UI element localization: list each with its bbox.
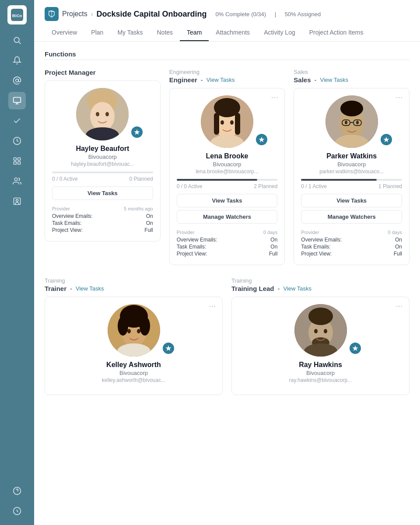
check-icon[interactable] (8, 112, 26, 130)
function-group-pm: Project Manager (45, 69, 161, 265)
member-card-kelley: ··· (45, 297, 223, 395)
member-card-lena: ··· (169, 88, 285, 265)
user-frame-icon[interactable] (8, 192, 26, 210)
function-label-training-lead: Training (231, 277, 410, 284)
tab-notes[interactable]: Notes (150, 24, 180, 41)
app-logo: BiCo (7, 5, 27, 24)
avatar-badge-lena (255, 133, 268, 146)
svg-point-55 (324, 329, 327, 333)
card-meta-hayley: Provider 5 months ago (52, 206, 153, 211)
svg-rect-10 (18, 158, 21, 161)
progress-bar-hayley (52, 172, 153, 173)
project-view-parker: Project View: Full (301, 251, 402, 257)
svg-line-3 (19, 42, 21, 44)
card-email-lena: lena.brooke@bivouacorp... (177, 168, 278, 175)
tab-plan[interactable]: Plan (84, 24, 110, 41)
view-tasks-link-engineer[interactable]: View Tasks (206, 77, 235, 83)
manage-watchers-btn-lena[interactable]: Manage Watchers (177, 210, 278, 224)
function-role-engineer: Engineer - View Tasks (169, 76, 285, 84)
view-tasks-link-training-lead[interactable]: View Tasks (284, 285, 312, 292)
search-icon[interactable] (8, 32, 26, 49)
team-row-2: Training Trainer - View Tasks ··· (45, 277, 410, 395)
view-tasks-btn-lena[interactable]: View Tasks (177, 194, 278, 207)
svg-point-45 (140, 316, 150, 336)
function-label-trainer: Training (45, 277, 223, 284)
view-tasks-link-trainer[interactable]: View Tasks (76, 285, 104, 292)
tasks-meta-hayley: 0 / 0 Active 0 Planned (52, 176, 153, 182)
svg-point-30 (220, 120, 224, 125)
tab-team[interactable]: Team (180, 24, 209, 41)
help-icon[interactable] (8, 482, 26, 500)
svg-rect-27 (214, 113, 219, 135)
card-company-ray: Bivouacorp (239, 370, 402, 376)
people-icon[interactable] (8, 172, 26, 190)
at-icon[interactable] (8, 72, 26, 89)
tab-my-tasks[interactable]: My Tasks (110, 24, 150, 41)
avatar-wrap-ray (239, 304, 402, 357)
tab-project-action-items[interactable]: Project Action Items (302, 24, 371, 41)
project-logo (45, 7, 59, 21)
svg-text:BiCo: BiCo (12, 13, 22, 18)
overview-emails-lena: Overview Emails: On (177, 237, 278, 243)
svg-point-31 (230, 120, 234, 125)
task-emails-hayley: Task Emails: On (52, 220, 153, 226)
manage-watchers-btn-parker[interactable]: Manage Watchers (301, 210, 402, 224)
svg-point-51 (308, 308, 333, 325)
card-company-kelley: Bivouacorp (52, 370, 215, 376)
card-name-hayley: Hayley Beaufort (52, 145, 153, 153)
team-row-1: Project Manager (45, 69, 410, 265)
card-company-parker: Bivouacorp (301, 161, 402, 168)
overview-emails-parker: Overview Emails: On (301, 237, 402, 243)
timer-icon[interactable] (8, 152, 26, 170)
tab-overview[interactable]: Overview (45, 24, 84, 41)
card-email-ray: ray.hawkins@bivouacorp... (239, 377, 402, 383)
tab-attachments[interactable]: Attachments (209, 24, 257, 41)
view-tasks-link-sales[interactable]: View Tasks (320, 77, 349, 83)
chart-icon[interactable] (8, 132, 26, 150)
member-card-ray: ··· (231, 297, 410, 395)
progress-bar-parker (301, 179, 402, 181)
g-icon[interactable] (8, 502, 26, 520)
project-view-hayley: Project View: Full (52, 227, 153, 233)
card-name-ray: Ray Hawkins (239, 361, 402, 369)
function-group-engineer: Engineering Engineer - View Tasks ··· (169, 69, 285, 265)
box-icon[interactable] (8, 92, 26, 109)
avatar-badge-ray (349, 342, 362, 355)
svg-point-23 (105, 112, 109, 116)
tasks-meta-parker: 0 / 1 Active 1 Planned (301, 183, 402, 189)
projects-label[interactable]: Projects (62, 10, 88, 18)
page-header: Projects › Dockside Capital Onboarding 0… (34, 0, 420, 42)
nav-tabs: Overview Plan My Tasks Notes Team Attach… (45, 24, 410, 41)
member-card-hayley: Hayley Beaufort Bivouacorp hayley.beaufo… (45, 80, 161, 242)
function-label-engineer: Engineering (169, 69, 285, 75)
avatar-hayley (76, 88, 129, 140)
tab-activity-log[interactable]: Activity Log (257, 24, 302, 41)
svg-point-47 (127, 329, 131, 333)
task-emails-parker: Task Emails: On (301, 244, 402, 250)
view-tasks-btn-parker[interactable]: View Tasks (301, 194, 402, 207)
divider: | (275, 11, 276, 18)
function-label-sales: Sales (294, 69, 410, 75)
avatar-kelley (108, 304, 160, 357)
avatar-wrap-hayley (52, 88, 153, 140)
avatar-wrap-kelley (52, 304, 215, 357)
project-view-lena: Project View: Full (177, 251, 278, 257)
avatar-badge-parker (380, 133, 393, 146)
section-title: Functions (45, 50, 410, 58)
svg-point-39 (345, 121, 347, 124)
card-email-kelley: kelley.ashworth@bivouac... (52, 377, 215, 383)
card-name-parker: Parker Watkins (301, 152, 402, 160)
function-role-training-lead: Training Lead - View Tasks (231, 285, 410, 292)
progress-bar-lena (177, 179, 278, 181)
function-group-trainer: Training Trainer - View Tasks ··· (45, 277, 223, 395)
member-card-parker: ··· (294, 88, 410, 265)
avatar-wrap-lena (177, 95, 278, 148)
team-content: Functions Project Manager (34, 42, 420, 525)
function-group-training-lead: Training Training Lead - View Tasks ··· (231, 277, 410, 395)
svg-point-40 (356, 121, 359, 124)
svg-rect-12 (18, 162, 21, 164)
avatar-ray (294, 304, 347, 357)
view-tasks-btn-hayley[interactable]: View Tasks (52, 186, 153, 200)
bell-icon[interactable] (8, 52, 26, 69)
function-role-trainer: Trainer - View Tasks (45, 285, 223, 292)
